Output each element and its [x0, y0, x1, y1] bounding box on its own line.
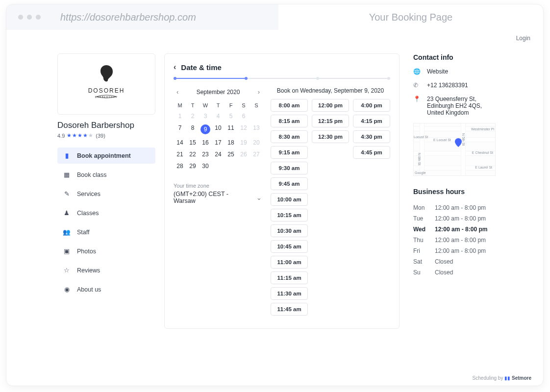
time-slot-button[interactable]: 11:30 am [271, 287, 308, 300]
calendar-day[interactable]: 10 [212, 122, 225, 137]
hours-row: SatClosed [413, 256, 500, 267]
calendar-day[interactable]: 28 [174, 160, 186, 172]
time-slot-button[interactable]: 9:15 am [271, 146, 308, 159]
time-slot-button[interactable]: 4:15 pm [353, 115, 390, 127]
calendar-day [225, 160, 237, 172]
calendar-day[interactable]: 11 [225, 122, 237, 137]
calendar-day[interactable]: 18 [225, 137, 237, 148]
time-slot-button[interactable]: 10:45 am [271, 240, 308, 253]
browser-bar: https://dosorehbarbershop.com Your Booki… [6, 4, 543, 30]
timezone-select[interactable]: (GMT+2:00) CEST - Warsaw ⌄ [174, 191, 263, 204]
time-slot-button[interactable]: 12:30 pm [312, 130, 349, 143]
calendar-day[interactable]: 25 [225, 148, 237, 160]
hours-value: Closed [435, 258, 453, 265]
calendar-day[interactable]: 30 [199, 160, 212, 172]
time-slot-button[interactable]: 8:15 am [271, 115, 308, 127]
sidebar-item-label: Staff [77, 229, 89, 236]
calendar-day[interactable]: 7 [174, 122, 186, 137]
sidebar-item-book-appointment[interactable]: ▮Book appointment [57, 147, 155, 164]
calendar-day[interactable]: 8 [186, 122, 199, 137]
hours-row: Thu12:00 am - 8:00 pm [413, 235, 500, 245]
login-link[interactable]: Login [516, 35, 530, 42]
contact-phone[interactable]: ✆ +12 136283391 [413, 82, 500, 89]
rating-stars-icon: ★★★★★ [67, 132, 94, 139]
hours-day: Thu [413, 237, 428, 244]
calendar-day: 20 [250, 137, 263, 148]
time-slot-button[interactable]: 4:30 pm [353, 130, 390, 143]
calendar-day [212, 160, 225, 172]
time-slot-button[interactable]: 4:45 pm [353, 146, 390, 159]
calendar-dow: S [237, 100, 250, 110]
calendar-day: 3 [199, 110, 212, 122]
time-slot-button[interactable]: 12:15 pm [312, 115, 349, 127]
sidebar-item-book-class[interactable]: ▦Book class [57, 167, 155, 183]
calendar-dow: W [199, 100, 212, 110]
image-icon: ▣ [63, 247, 70, 255]
time-slot-button[interactable]: 11:00 am [271, 256, 308, 269]
time-slot-button[interactable]: 8:30 am [271, 130, 308, 143]
sidebar-item-reviews[interactable]: ☆Reviews [57, 262, 155, 278]
hours-day: Fri [413, 247, 428, 254]
window-dot [36, 15, 41, 20]
hours-row: SuClosed [413, 267, 500, 278]
calendar-day[interactable]: 22 [186, 148, 199, 160]
contact-address: 📍 23 Queensferry St, Edinburgh EH2 4QS, … [413, 96, 500, 116]
svg-text:BARBERSHOP: BARBERSHOP [95, 96, 118, 98]
hours-day: Wed [413, 226, 428, 233]
window-dot [18, 15, 23, 20]
pawn-icon: ♟ [63, 209, 70, 217]
calendar-day[interactable]: 9 [199, 122, 212, 137]
contact-website[interactable]: 🌐 Website [413, 68, 500, 75]
calendar-day[interactable]: 14 [174, 137, 186, 148]
time-slot-button[interactable]: 10:15 am [271, 209, 308, 221]
sidebar-item-classes[interactable]: ♟Classes [57, 205, 155, 221]
map-preview[interactable]: Westminster Pl Locust St E Locust St N 5… [413, 123, 496, 176]
time-slot-button[interactable]: 9:30 am [271, 162, 308, 174]
sidebar-item-photos[interactable]: ▣Photos [57, 243, 155, 259]
timezone-label: Your time zone [174, 183, 263, 189]
time-slot-button[interactable]: 10:00 am [271, 193, 308, 206]
prev-month-icon[interactable]: ‹ [175, 87, 180, 97]
rating-row: 4.9 ★★★★★ (39) [57, 132, 155, 139]
time-slot-button[interactable]: 12:00 pm [312, 99, 349, 112]
calendar-day [237, 160, 250, 172]
hours-value: 12:00 am - 8:00 pm [435, 215, 486, 222]
calendar-icon: ▦ [63, 171, 70, 178]
sidebar-item-staff[interactable]: 👥Staff [57, 224, 155, 240]
map-pin-icon [455, 138, 462, 147]
sidebar-item-about-us[interactable]: ◉About us [57, 281, 155, 297]
calendar-day: 1 [174, 110, 186, 122]
calendar-day[interactable]: 29 [186, 160, 199, 172]
time-slot-button[interactable]: 10:30 am [271, 224, 308, 237]
hours-row: Tue12:00 am - 8:00 pm [413, 213, 500, 224]
calendar-dow: S [250, 100, 263, 110]
back-icon[interactable]: ‹ [174, 63, 176, 72]
calendar-day[interactable]: 23 [199, 148, 212, 160]
sidebar-item-label: Classes [77, 210, 99, 217]
sidebar-item-services[interactable]: ✎Services [57, 186, 155, 202]
calendar-day: 4 [212, 110, 225, 122]
calendar-day[interactable]: 15 [186, 137, 199, 148]
hours-day: Tue [413, 215, 428, 222]
time-slot-button[interactable]: 4:00 pm [353, 99, 390, 112]
calendar-day[interactable]: 24 [212, 148, 225, 160]
time-slot-button[interactable]: 9:45 am [271, 177, 308, 190]
slots-title: Book on Wednesday, September 9, 2020 [271, 87, 390, 94]
time-slot-button[interactable]: 11:15 am [271, 271, 308, 284]
calendar-day: 5 [225, 110, 237, 122]
address-url: https://dosorehbarbershop.com [60, 12, 196, 23]
calendar-day[interactable]: 17 [212, 137, 225, 148]
next-month-icon[interactable]: › [256, 87, 262, 97]
hours-value: Closed [435, 269, 453, 276]
calendar-day: 6 [237, 110, 250, 122]
calendar-day[interactable]: 21 [174, 148, 186, 160]
calendar-day: 27 [250, 148, 263, 160]
calendar-dow: T [212, 100, 225, 110]
time-slot-button[interactable]: 8:00 am [271, 99, 308, 112]
hours-day: Mon [413, 204, 428, 211]
pin-icon: ◉ [63, 286, 70, 293]
time-slot-button[interactable]: 11:45 am [271, 303, 308, 316]
step-progress [174, 77, 390, 79]
contact-title: Contact info [413, 53, 500, 61]
calendar-day[interactable]: 16 [199, 137, 212, 148]
